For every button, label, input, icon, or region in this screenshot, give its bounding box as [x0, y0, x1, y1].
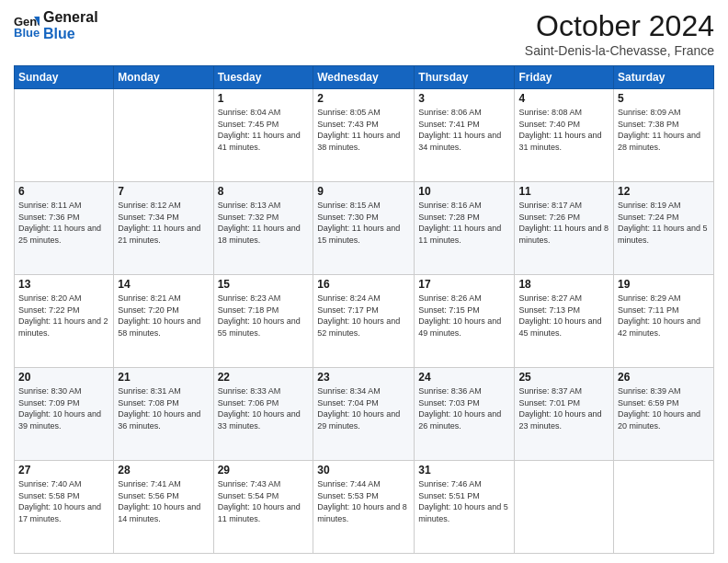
calendar-cell: 2Sunrise: 8:05 AM Sunset: 7:43 PM Daylig…	[313, 89, 415, 182]
day-number: 13	[18, 278, 109, 291]
day-info: Sunrise: 8:13 AM Sunset: 7:32 PM Dayligh…	[218, 200, 310, 246]
day-info: Sunrise: 7:44 AM Sunset: 5:53 PM Dayligh…	[317, 478, 410, 524]
col-wednesday: Wednesday	[313, 66, 415, 89]
day-number: 4	[518, 92, 609, 105]
calendar-cell	[114, 89, 213, 182]
logo: General Blue General Blue	[14, 9, 98, 41]
day-number: 17	[418, 278, 510, 291]
title-block: October 2024 Saint-Denis-la-Chevasse, Fr…	[525, 9, 714, 58]
calendar-cell: 29Sunrise: 7:43 AM Sunset: 5:54 PM Dayli…	[213, 461, 313, 554]
calendar-header-row: Sunday Monday Tuesday Wednesday Thursday…	[15, 66, 714, 89]
col-friday: Friday	[515, 66, 614, 89]
day-info: Sunrise: 7:46 AM Sunset: 5:51 PM Dayligh…	[418, 478, 510, 524]
calendar-cell	[515, 461, 614, 554]
day-number: 29	[218, 464, 310, 477]
logo-icon: General Blue	[14, 13, 40, 39]
calendar-cell: 10Sunrise: 8:16 AM Sunset: 7:28 PM Dayli…	[415, 182, 515, 275]
day-info: Sunrise: 8:08 AM Sunset: 7:40 PM Dayligh…	[518, 107, 609, 153]
calendar-week-2: 6Sunrise: 8:11 AM Sunset: 7:36 PM Daylig…	[15, 182, 714, 275]
calendar-cell: 31Sunrise: 7:46 AM Sunset: 5:51 PM Dayli…	[415, 461, 515, 554]
calendar-cell	[614, 461, 714, 554]
calendar-cell: 8Sunrise: 8:13 AM Sunset: 7:32 PM Daylig…	[213, 182, 313, 275]
calendar-cell: 24Sunrise: 8:36 AM Sunset: 7:03 PM Dayli…	[415, 368, 515, 461]
day-info: Sunrise: 8:12 AM Sunset: 7:34 PM Dayligh…	[118, 200, 209, 246]
day-number: 12	[618, 185, 710, 198]
day-info: Sunrise: 8:11 AM Sunset: 7:36 PM Dayligh…	[18, 200, 109, 246]
svg-text:Blue: Blue	[14, 26, 40, 39]
calendar-cell: 23Sunrise: 8:34 AM Sunset: 7:04 PM Dayli…	[313, 368, 415, 461]
calendar-cell: 18Sunrise: 8:27 AM Sunset: 7:13 PM Dayli…	[515, 275, 614, 368]
day-number: 1	[218, 92, 310, 105]
calendar-cell: 21Sunrise: 8:31 AM Sunset: 7:08 PM Dayli…	[114, 368, 213, 461]
day-info: Sunrise: 8:06 AM Sunset: 7:41 PM Dayligh…	[418, 107, 510, 153]
col-thursday: Thursday	[415, 66, 515, 89]
calendar-cell: 5Sunrise: 8:09 AM Sunset: 7:38 PM Daylig…	[614, 89, 714, 182]
day-number: 31	[418, 464, 510, 477]
calendar-cell: 30Sunrise: 7:44 AM Sunset: 5:53 PM Dayli…	[313, 461, 415, 554]
calendar-cell: 14Sunrise: 8:21 AM Sunset: 7:20 PM Dayli…	[114, 275, 213, 368]
calendar-cell: 15Sunrise: 8:23 AM Sunset: 7:18 PM Dayli…	[213, 275, 313, 368]
calendar-cell: 7Sunrise: 8:12 AM Sunset: 7:34 PM Daylig…	[114, 182, 213, 275]
day-number: 2	[317, 92, 410, 105]
day-number: 25	[518, 371, 609, 384]
day-info: Sunrise: 8:34 AM Sunset: 7:04 PM Dayligh…	[317, 385, 410, 431]
day-info: Sunrise: 8:21 AM Sunset: 7:20 PM Dayligh…	[118, 293, 209, 339]
calendar-cell: 25Sunrise: 8:37 AM Sunset: 7:01 PM Dayli…	[515, 368, 614, 461]
day-number: 10	[418, 185, 510, 198]
day-info: Sunrise: 8:23 AM Sunset: 7:18 PM Dayligh…	[218, 293, 310, 339]
day-number: 7	[118, 185, 209, 198]
day-number: 20	[18, 371, 109, 384]
day-number: 3	[418, 92, 510, 105]
day-number: 23	[317, 371, 410, 384]
calendar-cell: 6Sunrise: 8:11 AM Sunset: 7:36 PM Daylig…	[15, 182, 114, 275]
calendar-week-3: 13Sunrise: 8:20 AM Sunset: 7:22 PM Dayli…	[15, 275, 714, 368]
header: General Blue General Blue October 2024 S…	[14, 9, 714, 58]
calendar-cell	[15, 89, 114, 182]
day-info: Sunrise: 8:19 AM Sunset: 7:24 PM Dayligh…	[618, 200, 710, 246]
day-number: 9	[317, 185, 410, 198]
day-number: 19	[618, 278, 710, 291]
calendar-cell: 9Sunrise: 8:15 AM Sunset: 7:30 PM Daylig…	[313, 182, 415, 275]
day-number: 8	[218, 185, 310, 198]
calendar-cell: 22Sunrise: 8:33 AM Sunset: 7:06 PM Dayli…	[213, 368, 313, 461]
calendar-week-5: 27Sunrise: 7:40 AM Sunset: 5:58 PM Dayli…	[15, 461, 714, 554]
month-title: October 2024	[525, 9, 714, 43]
day-number: 28	[118, 464, 209, 477]
calendar-cell: 26Sunrise: 8:39 AM Sunset: 6:59 PM Dayli…	[614, 368, 714, 461]
day-info: Sunrise: 8:24 AM Sunset: 7:17 PM Dayligh…	[317, 293, 410, 339]
day-info: Sunrise: 8:36 AM Sunset: 7:03 PM Dayligh…	[418, 385, 510, 431]
day-number: 15	[218, 278, 310, 291]
day-info: Sunrise: 8:39 AM Sunset: 6:59 PM Dayligh…	[618, 385, 710, 431]
calendar-cell: 27Sunrise: 7:40 AM Sunset: 5:58 PM Dayli…	[15, 461, 114, 554]
day-info: Sunrise: 7:43 AM Sunset: 5:54 PM Dayligh…	[218, 478, 310, 524]
calendar-cell: 17Sunrise: 8:26 AM Sunset: 7:15 PM Dayli…	[415, 275, 515, 368]
day-number: 22	[218, 371, 310, 384]
day-info: Sunrise: 7:40 AM Sunset: 5:58 PM Dayligh…	[18, 478, 109, 524]
col-monday: Monday	[114, 66, 213, 89]
calendar-cell: 28Sunrise: 7:41 AM Sunset: 5:56 PM Dayli…	[114, 461, 213, 554]
day-number: 5	[618, 92, 710, 105]
day-number: 6	[18, 185, 109, 198]
day-number: 14	[118, 278, 209, 291]
calendar-table: Sunday Monday Tuesday Wednesday Thursday…	[14, 65, 714, 554]
day-number: 18	[518, 278, 609, 291]
calendar-cell: 16Sunrise: 8:24 AM Sunset: 7:17 PM Dayli…	[313, 275, 415, 368]
day-number: 16	[317, 278, 410, 291]
calendar-week-4: 20Sunrise: 8:30 AM Sunset: 7:09 PM Dayli…	[15, 368, 714, 461]
day-number: 24	[418, 371, 510, 384]
location: Saint-Denis-la-Chevasse, France	[525, 43, 714, 58]
logo-general: General	[43, 9, 98, 26]
day-info: Sunrise: 8:05 AM Sunset: 7:43 PM Dayligh…	[317, 107, 410, 153]
logo-blue: Blue	[43, 26, 98, 42]
day-info: Sunrise: 8:27 AM Sunset: 7:13 PM Dayligh…	[518, 293, 609, 339]
day-info: Sunrise: 8:37 AM Sunset: 7:01 PM Dayligh…	[518, 385, 609, 431]
calendar-cell: 4Sunrise: 8:08 AM Sunset: 7:40 PM Daylig…	[515, 89, 614, 182]
day-info: Sunrise: 8:04 AM Sunset: 7:45 PM Dayligh…	[218, 107, 310, 153]
calendar-cell: 20Sunrise: 8:30 AM Sunset: 7:09 PM Dayli…	[15, 368, 114, 461]
calendar-cell: 11Sunrise: 8:17 AM Sunset: 7:26 PM Dayli…	[515, 182, 614, 275]
day-info: Sunrise: 8:16 AM Sunset: 7:28 PM Dayligh…	[418, 200, 510, 246]
calendar-cell: 3Sunrise: 8:06 AM Sunset: 7:41 PM Daylig…	[415, 89, 515, 182]
day-info: Sunrise: 8:31 AM Sunset: 7:08 PM Dayligh…	[118, 385, 209, 431]
day-info: Sunrise: 7:41 AM Sunset: 5:56 PM Dayligh…	[118, 478, 209, 524]
day-info: Sunrise: 8:30 AM Sunset: 7:09 PM Dayligh…	[18, 385, 109, 431]
